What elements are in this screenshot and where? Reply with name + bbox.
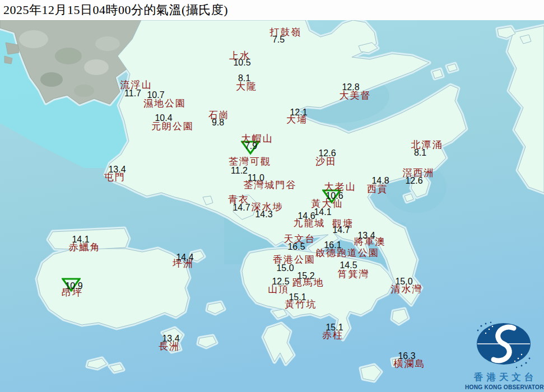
hko-logo-chinese-name: 香港天文台: [465, 371, 542, 384]
station-temperature: 12.6: [405, 176, 422, 186]
station-temperature: 11.0: [248, 173, 264, 183]
station-temperature: 12.6: [318, 148, 336, 158]
hko-logo-english-name: HONG KONG OBSERVATORY: [465, 384, 542, 390]
station-temperature: 10.4: [155, 113, 172, 123]
station-temperature: 11.7: [124, 88, 141, 99]
station-temperature: 10.9: [65, 281, 82, 291]
station-temperature: 15.2: [297, 271, 314, 281]
station-temperature: 10.5: [233, 58, 250, 68]
station-temperature: 15.0: [276, 263, 294, 273]
station-temperature: 16.5: [287, 242, 305, 252]
station-temperature: 16.3: [398, 351, 415, 361]
page-title: 2025年12月15日04時00分的氣溫(攝氏度): [0, 2, 228, 18]
station-temperature: 14.1: [72, 235, 89, 245]
station-temperature: 7.5: [272, 35, 285, 45]
station-temperature: 14.1: [314, 207, 331, 217]
station-temperature: 14.8: [371, 176, 389, 186]
station-temperature: 7.9: [245, 141, 257, 151]
hko-logo: 香港天文台 HONG KONG OBSERVATORY: [465, 321, 542, 390]
station-temperature: 14.7: [332, 225, 350, 235]
title-bar: 2025年12月15日04時00分的氣溫(攝氏度): [0, 0, 544, 20]
station-temperature: 13.4: [357, 231, 375, 241]
station-temperature: 8.1: [414, 148, 426, 158]
hko-logo-icon: [472, 321, 535, 368]
station-temperature: 10.6: [326, 191, 343, 201]
station-temperature: 16.1: [324, 240, 341, 250]
station-temperature: 12.8: [342, 82, 359, 92]
station-temperature: 12.1: [290, 108, 307, 118]
weather-map-page: { "title": "2025年12月15日04時00分的氣溫(攝氏度)", …: [0, 0, 544, 392]
station-temperature: 13.4: [162, 334, 179, 344]
station-temperature: 14.3: [255, 209, 272, 220]
stations-layer: 打鼓嶺7.5上水10.5大隴8.1流浮山11.7濕地公園10.7元朗公園10.4…: [0, 0, 544, 392]
station-temperature: 12.5: [272, 277, 289, 287]
station-temperature: 15.1: [326, 323, 343, 333]
station-temperature: 14.4: [176, 253, 193, 263]
station-temperature: 14.6: [297, 211, 315, 221]
station-temperature: 8.1: [238, 73, 250, 83]
station-temperature: 15.1: [289, 292, 306, 302]
station-temperature: 14.7: [233, 203, 250, 213]
station-temperature: 9.8: [212, 118, 224, 128]
station-temperature: 11.2: [231, 166, 248, 176]
station-temperature: 15.0: [395, 277, 412, 287]
station-temperature: 10.7: [147, 90, 164, 100]
station-temperature: 14.5: [340, 260, 357, 270]
station-temperature: 13.4: [108, 165, 125, 175]
